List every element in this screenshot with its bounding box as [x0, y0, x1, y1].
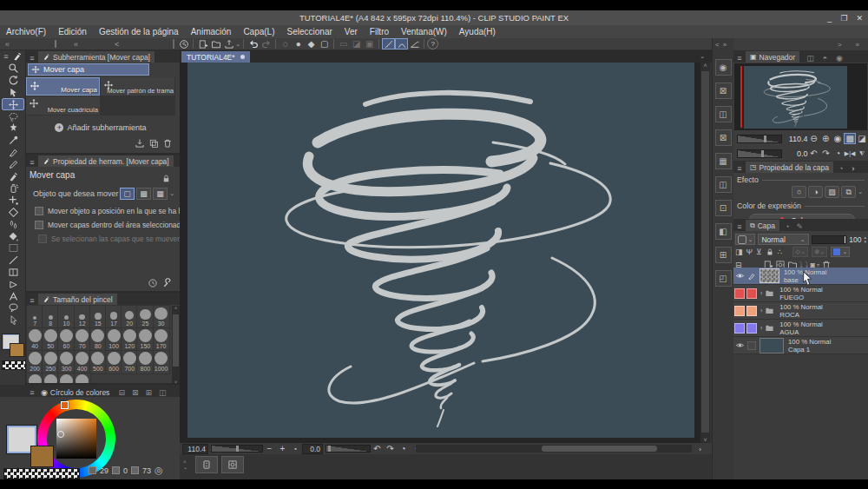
- expand-down-icon[interactable]: ⌄: [183, 465, 187, 470]
- layer-comp-tab-icon[interactable]: ✎: [796, 222, 803, 231]
- wrench-icon[interactable]: [162, 278, 173, 288]
- strip-collapse-icon[interactable]: <: [715, 41, 720, 49]
- tool-figure[interactable]: [2, 254, 24, 267]
- wheel-menu-icon[interactable]: ≡: [26, 388, 38, 397]
- brush-size-250[interactable]: 250: [43, 351, 58, 373]
- opacity-value[interactable]: 100: [849, 235, 861, 244]
- palette-material-7-icon[interactable]: ◰: [715, 270, 732, 287]
- opacity-slider[interactable]: [812, 235, 847, 244]
- tool-move-layer[interactable]: [2, 98, 24, 110]
- item-bank-tab-icon[interactable]: ◉: [836, 54, 843, 63]
- brush-tab[interactable]: Tamaño del pincel: [38, 294, 117, 305]
- nav-rotate-reset-icon[interactable]: ◔: [832, 148, 844, 159]
- zoom-out-icon[interactable]: −: [263, 443, 276, 454]
- layer-thumbnail[interactable]: [760, 338, 784, 354]
- tool-brush[interactable]: [2, 170, 24, 182]
- checkbox-icon[interactable]: [35, 221, 43, 229]
- palette-material-1-icon[interactable]: ⊠: [715, 129, 732, 146]
- right-expand-icon[interactable]: »: [856, 41, 859, 49]
- tool-object-select[interactable]: [2, 314, 24, 327]
- move-target-layer-button[interactable]: ▢: [120, 188, 135, 200]
- layer-search-tab-icon[interactable]: ◔: [785, 222, 789, 231]
- layer-row-roca[interactable]: › 100 % Normal ROCA: [733, 302, 868, 320]
- tool-airbrush[interactable]: [2, 182, 24, 195]
- brush-size-200[interactable]: 200: [27, 351, 43, 373]
- zoom-reset-icon[interactable]: ▪: [289, 443, 302, 454]
- layer-color-dropdown[interactable]: ⌄: [831, 247, 850, 257]
- layer-color-chip[interactable]: [734, 306, 745, 316]
- color-slider-tab-icon[interactable]: ⊟: [118, 388, 125, 397]
- help-icon[interactable]: ?: [427, 38, 438, 50]
- slider-handle[interactable]: [764, 135, 766, 142]
- brush-size-170[interactable]: 170: [154, 328, 169, 351]
- layer-thumbnail[interactable]: [760, 268, 779, 283]
- reference-icon[interactable]: Ψ: [746, 248, 753, 256]
- scroll-up-icon[interactable]: ˄: [700, 63, 710, 69]
- tool-fill[interactable]: [2, 230, 24, 242]
- canvas-tab[interactable]: TUTORIAL4E*: [181, 51, 250, 63]
- palette-historial-icon[interactable]: ◫: [715, 106, 732, 122]
- minimize-button[interactable]: _: [827, 14, 832, 23]
- scroll-up-icon[interactable]: ˄: [172, 306, 180, 311]
- redo-icon[interactable]: [260, 38, 273, 50]
- brush-size-extra[interactable]: [27, 373, 43, 385]
- navigator-thumbnail[interactable]: [744, 66, 847, 129]
- page-manager-button[interactable]: [195, 456, 218, 473]
- tool-eraser[interactable]: [2, 207, 24, 219]
- csp-logo-icon[interactable]: [177, 38, 190, 50]
- lock-transparent-icon[interactable]: ∴: [778, 248, 783, 256]
- open-file-icon[interactable]: [209, 38, 222, 50]
- canvas-hscrollbar[interactable]: [416, 445, 692, 453]
- brush-size-12[interactable]: 12: [75, 306, 90, 328]
- slider-handle[interactable]: [328, 446, 331, 452]
- tool-zoom[interactable]: [2, 63, 24, 75]
- palette-material-4-icon[interactable]: ⊡: [715, 200, 732, 216]
- sub-color-swatch[interactable]: [10, 343, 24, 357]
- strip-expand-icon[interactable]: »: [723, 41, 727, 49]
- slider-handle[interactable]: [761, 150, 764, 157]
- tool-menu-icon[interactable]: ≡: [0, 52, 12, 61]
- navigator-menu-icon[interactable]: ≡: [733, 54, 746, 63]
- effect-shade-icon[interactable]: ◑: [808, 186, 823, 198]
- zoom-in-icon[interactable]: +: [276, 443, 289, 454]
- layer-color-chip2[interactable]: [746, 288, 757, 299]
- canvas-zoom-value[interactable]: 110.4: [182, 444, 208, 454]
- ruler-dropdown-disabled[interactable]: ⊘⌄: [812, 247, 827, 257]
- eye-icon[interactable]: [735, 340, 745, 350]
- blend-thumb-dropdown[interactable]: ⌄: [735, 234, 755, 245]
- brush-size-extra[interactable]: [43, 373, 58, 385]
- collapse-left2-icon[interactable]: «: [74, 40, 78, 49]
- tool-auto-select[interactable]: [2, 122, 24, 135]
- layer-row-base[interactable]: 100 % Normal base: [733, 268, 868, 285]
- reselect-icon[interactable]: ●: [292, 38, 305, 50]
- brush-menu-icon[interactable]: ≡: [26, 296, 38, 305]
- nav-zoom-out-icon[interactable]: ⊖: [808, 133, 820, 144]
- palette-material-2-icon[interactable]: ▦: [715, 153, 732, 169]
- nav-rotate-ccw-icon[interactable]: ↶: [808, 148, 820, 159]
- chevron-down-icon[interactable]: ⌄: [169, 190, 174, 197]
- brush-size-60[interactable]: 60: [58, 328, 74, 351]
- menu-ver[interactable]: Ver: [339, 25, 364, 38]
- brush-size-10[interactable]: 10: [58, 306, 74, 328]
- menu-gesti-n-de-la-p-gina[interactable]: Gestión de la página: [93, 25, 185, 38]
- brush-size-8[interactable]: 8: [43, 306, 58, 328]
- scroll-down-icon[interactable]: ˅: [700, 437, 710, 443]
- vscrollbar-thumb[interactable]: [701, 71, 709, 433]
- subview-tab-icon[interactable]: ◫: [806, 54, 814, 63]
- menu-filtro[interactable]: Filtro: [364, 25, 395, 38]
- subtool-trash-icon[interactable]: [162, 138, 173, 149]
- blend-mode-dropdown[interactable]: Normal ⌄: [758, 234, 808, 245]
- effect-border-icon[interactable]: ○: [792, 186, 806, 198]
- menu-edici-n[interactable]: Edición: [52, 25, 93, 38]
- maximize-button[interactable]: ❐: [840, 14, 847, 23]
- checkbox-row-2[interactable]: Mover capas dentro del área seleccionada: [35, 221, 185, 229]
- menu-ayuda-h[interactable]: Ayuda(H): [453, 25, 502, 38]
- lock-layer-icon[interactable]: [766, 248, 774, 256]
- tab-close-icon[interactable]: [240, 55, 245, 59]
- page-settings-button[interactable]: [221, 456, 244, 473]
- folder-expand-icon[interactable]: ›: [760, 325, 762, 331]
- palette-material-6-icon[interactable]: ⊞: [715, 247, 732, 263]
- subtool-item-mover-patron[interactable]: Mover patrón de trama: [101, 77, 174, 96]
- crop-disabled-icon[interactable]: ▭: [337, 38, 350, 50]
- rotation-reset-icon[interactable]: ◔: [397, 443, 410, 454]
